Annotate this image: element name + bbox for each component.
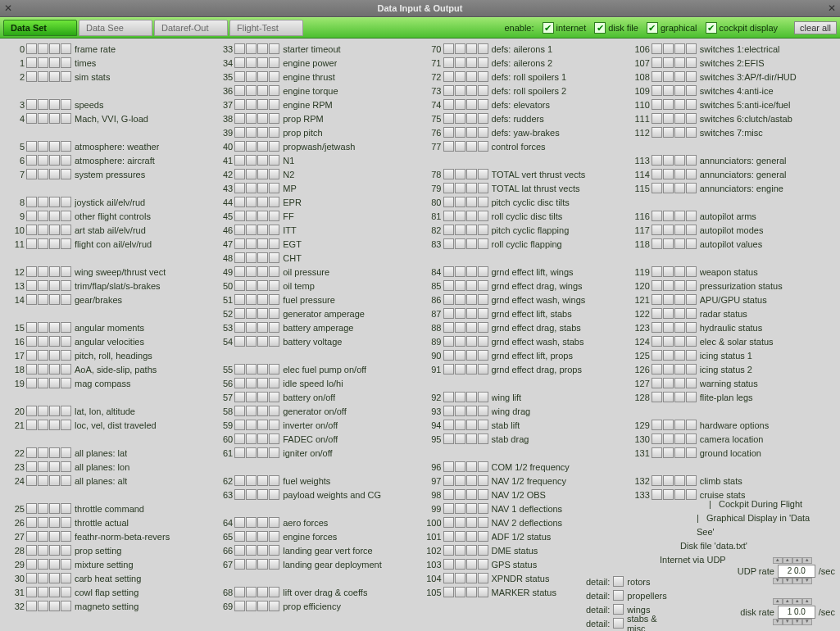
toggle-box[interactable] bbox=[234, 266, 245, 277]
toggle-box[interactable] bbox=[466, 141, 477, 152]
toggle-box[interactable] bbox=[663, 99, 674, 110]
toggle-box[interactable] bbox=[478, 308, 488, 319]
toggle-box[interactable] bbox=[246, 266, 257, 277]
toggle-box[interactable] bbox=[234, 71, 245, 82]
toggle-box[interactable] bbox=[466, 169, 477, 179]
toggle-box[interactable] bbox=[652, 294, 662, 305]
toggle-box[interactable] bbox=[663, 43, 674, 54]
toggle-box[interactable] bbox=[234, 127, 245, 138]
toggle-box[interactable] bbox=[257, 183, 268, 193]
toggle-box[interactable] bbox=[652, 420, 662, 430]
toggle-box[interactable] bbox=[269, 43, 279, 54]
toggle-box[interactable] bbox=[257, 587, 268, 597]
toggle-box[interactable] bbox=[246, 447, 257, 458]
toggle-box[interactable] bbox=[443, 420, 454, 430]
toggle-box[interactable] bbox=[246, 475, 257, 486]
toggle-box[interactable] bbox=[663, 155, 674, 166]
toggle-box[interactable] bbox=[269, 336, 279, 347]
toggle-box[interactable] bbox=[443, 461, 454, 472]
toggle-box[interactable] bbox=[466, 71, 477, 82]
toggle-box[interactable] bbox=[38, 545, 48, 556]
toggle-box[interactable] bbox=[269, 99, 279, 110]
toggle-box[interactable] bbox=[257, 294, 268, 305]
toggle-box[interactable] bbox=[61, 364, 71, 375]
toggle-box[interactable] bbox=[269, 294, 279, 305]
toggle-box[interactable] bbox=[686, 127, 697, 138]
toggle-box[interactable] bbox=[443, 545, 454, 556]
toggle-box[interactable] bbox=[246, 71, 257, 82]
toggle-box[interactable] bbox=[443, 392, 454, 402]
toggle-box[interactable] bbox=[652, 127, 662, 138]
toggle-box[interactable] bbox=[443, 503, 454, 514]
toggle-box[interactable] bbox=[455, 127, 465, 138]
toggle-box[interactable] bbox=[686, 364, 697, 375]
toggle-box[interactable] bbox=[466, 364, 477, 375]
toggle-box[interactable] bbox=[26, 420, 37, 430]
toggle-box[interactable] bbox=[443, 364, 454, 375]
tab-dataref-out[interactable]: Dataref-Out bbox=[154, 20, 228, 36]
toggle-box[interactable] bbox=[478, 99, 488, 110]
toggle-box[interactable] bbox=[674, 322, 685, 333]
toggle-box[interactable] bbox=[234, 322, 245, 333]
toggle-box[interactable] bbox=[466, 197, 477, 207]
toggle-box[interactable] bbox=[674, 336, 685, 347]
toggle-box[interactable] bbox=[478, 280, 488, 291]
toggle-box[interactable] bbox=[38, 225, 48, 235]
toggle-box[interactable] bbox=[38, 531, 48, 542]
toggle-box[interactable] bbox=[455, 322, 465, 333]
toggle-box[interactable] bbox=[455, 43, 465, 54]
toggle-box[interactable] bbox=[663, 71, 674, 82]
toggle-box[interactable] bbox=[466, 350, 477, 361]
toggle-box[interactable] bbox=[269, 308, 279, 319]
toggle-box[interactable] bbox=[478, 531, 488, 542]
toggle-box[interactable] bbox=[49, 517, 60, 528]
toggle-box[interactable] bbox=[455, 434, 465, 444]
toggle-box[interactable] bbox=[26, 350, 37, 361]
toggle-box[interactable] bbox=[478, 587, 488, 597]
toggle-box[interactable] bbox=[455, 71, 465, 82]
toggle-box[interactable] bbox=[478, 350, 488, 361]
toggle-box[interactable] bbox=[49, 378, 60, 388]
toggle-box[interactable] bbox=[234, 57, 245, 68]
toggle-box[interactable] bbox=[674, 308, 685, 319]
toggle-box[interactable] bbox=[269, 141, 279, 152]
toggle-box[interactable] bbox=[26, 573, 37, 583]
toggle-box[interactable] bbox=[443, 99, 454, 110]
toggle-box[interactable] bbox=[613, 604, 624, 615]
toggle-box[interactable] bbox=[257, 392, 268, 402]
toggle-box[interactable] bbox=[246, 517, 257, 528]
toggle-box[interactable] bbox=[269, 238, 279, 249]
toggle-box[interactable] bbox=[26, 364, 37, 375]
toggle-box[interactable] bbox=[234, 211, 245, 221]
toggle-box[interactable] bbox=[652, 475, 662, 486]
toggle-box[interactable] bbox=[61, 336, 71, 347]
toggle-box[interactable] bbox=[61, 225, 71, 235]
toggle-box[interactable] bbox=[49, 503, 60, 514]
toggle-box[interactable] bbox=[686, 113, 697, 124]
toggle-box[interactable] bbox=[674, 225, 685, 235]
toggle-box[interactable] bbox=[246, 559, 257, 570]
toggle-box[interactable] bbox=[466, 266, 477, 277]
toggle-box[interactable] bbox=[455, 211, 465, 221]
toggle-box[interactable] bbox=[478, 573, 488, 583]
toggle-box[interactable] bbox=[652, 364, 662, 375]
toggle-box[interactable] bbox=[38, 197, 48, 207]
toggle-box[interactable] bbox=[466, 85, 477, 96]
toggle-box[interactable] bbox=[49, 43, 60, 54]
toggle-box[interactable] bbox=[257, 559, 268, 570]
toggle-box[interactable] bbox=[455, 197, 465, 207]
toggle-box[interactable] bbox=[38, 559, 48, 570]
toggle-box[interactable] bbox=[38, 378, 48, 388]
toggle-box[interactable] bbox=[478, 141, 488, 152]
toggle-box[interactable] bbox=[686, 434, 697, 444]
toggle-box[interactable] bbox=[49, 113, 60, 124]
toggle-box[interactable] bbox=[466, 225, 477, 235]
toggle-box[interactable] bbox=[466, 57, 477, 68]
toggle-box[interactable] bbox=[246, 280, 257, 291]
toggle-box[interactable] bbox=[269, 211, 279, 221]
toggle-box[interactable] bbox=[61, 517, 71, 528]
toggle-box[interactable] bbox=[246, 183, 257, 193]
toggle-box[interactable] bbox=[466, 280, 477, 291]
toggle-box[interactable] bbox=[257, 531, 268, 542]
toggle-box[interactable] bbox=[466, 475, 477, 486]
